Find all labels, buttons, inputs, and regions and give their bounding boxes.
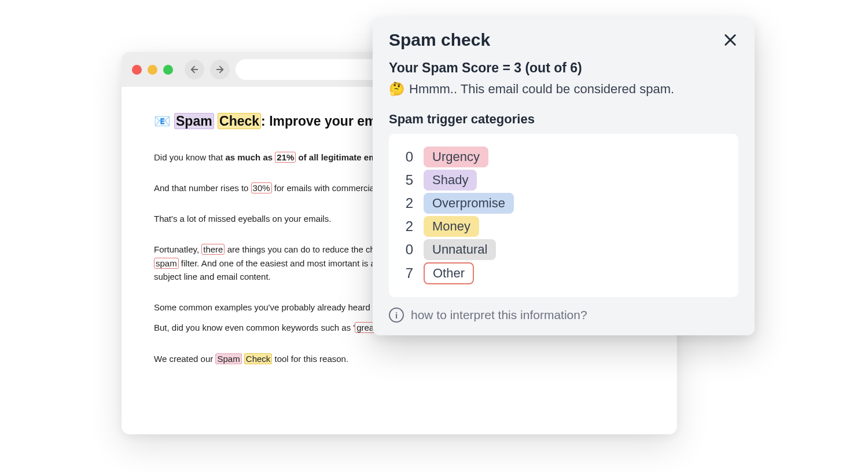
verdict-text: Hmmm.. This email could be considered sp…	[409, 82, 674, 97]
category-count: 2	[402, 195, 413, 211]
p1-text-b: as much as	[225, 152, 275, 162]
category-row: 0Urgency	[402, 147, 726, 167]
highlight-spam-2: Spam	[215, 353, 241, 364]
interpret-text: how to interpret this information?	[411, 308, 587, 322]
highlight-check: Check	[218, 113, 261, 129]
highlight-spam: Spam	[174, 113, 214, 129]
arrow-left-icon	[189, 64, 200, 75]
category-count: 0	[402, 149, 413, 165]
p2-text-a: And that number rises to	[154, 183, 251, 193]
highlight-check-2: Check	[244, 353, 273, 364]
category-count: 5	[402, 172, 413, 188]
category-row: 7Other	[402, 262, 726, 284]
category-count: 2	[402, 218, 413, 235]
close-button[interactable]	[722, 32, 738, 48]
p4-text-d: subject line and email content.	[154, 272, 271, 281]
category-pill-unnatural[interactable]: Unnatural	[424, 239, 496, 260]
category-pill-money[interactable]: Money	[424, 216, 479, 237]
back-button[interactable]	[185, 60, 204, 79]
highlight-21pct: 21%	[275, 152, 296, 163]
category-row: 5Shady	[402, 170, 726, 191]
close-traffic-dot[interactable]	[132, 65, 142, 75]
p6-text-a: But, did you know even common keywords s…	[154, 323, 355, 332]
highlight-30pct: 30%	[251, 182, 272, 193]
category-count: 7	[402, 265, 413, 281]
maximize-traffic-dot[interactable]	[163, 65, 173, 75]
arrow-right-icon	[215, 64, 225, 75]
category-row: 2Money	[402, 216, 726, 237]
category-row: 0Unnatural	[402, 239, 726, 260]
highlight-spam-word: spam	[154, 258, 179, 269]
categories-heading: Spam trigger categories	[389, 112, 738, 127]
p7-text-b: tool for this reason.	[272, 354, 348, 364]
panel-title: Spam check	[389, 30, 490, 50]
close-icon	[722, 32, 738, 48]
title-emoji-icon: 📧	[154, 111, 171, 132]
panel-header: Spam check	[389, 30, 738, 50]
spam-check-panel: Spam check Your Spam Score = 3 (out of 6…	[373, 17, 755, 335]
categories-box: 0Urgency5Shady2Overpromise2Money0Unnatur…	[389, 134, 738, 297]
thinking-emoji-icon: 🤔	[389, 82, 404, 97]
category-row: 2Overpromise	[402, 193, 726, 214]
highlight-there: there	[201, 244, 225, 255]
interpret-link[interactable]: i how to interpret this information?	[389, 308, 738, 323]
paragraph-7: We created our Spam Check tool for this …	[154, 352, 645, 365]
p4-text-a: Fortunatley,	[154, 244, 201, 254]
forward-button[interactable]	[210, 60, 230, 79]
category-pill-shady[interactable]: Shady	[424, 170, 477, 191]
minimize-traffic-dot[interactable]	[148, 65, 157, 75]
spam-verdict: 🤔 Hmmm.. This email could be considered …	[389, 82, 738, 97]
category-pill-other[interactable]: Other	[424, 262, 474, 284]
traffic-lights	[132, 65, 173, 75]
p7-text-a: We created our	[154, 354, 215, 364]
category-pill-urgency[interactable]: Urgency	[424, 147, 488, 167]
info-icon: i	[389, 308, 404, 323]
spam-score: Your Spam Score = 3 (out of 6)	[389, 60, 738, 76]
category-count: 0	[402, 242, 413, 258]
p1-text-a: Did you know that	[154, 152, 225, 162]
category-pill-overpromise[interactable]: Overpromise	[424, 193, 514, 214]
